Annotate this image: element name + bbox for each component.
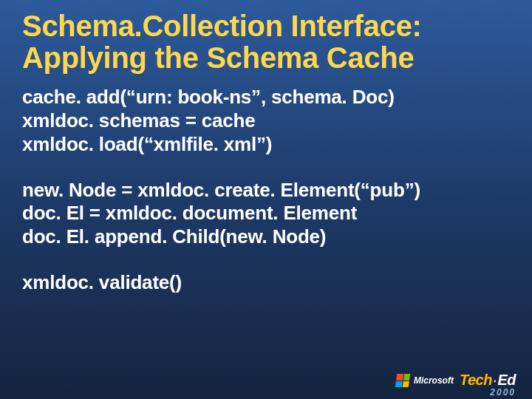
code-line: new. Node = xmldoc. create. Element(“pub… [22, 179, 510, 202]
code-line: cache. add(“urn: book-ns”, schema. Doc) [22, 86, 510, 109]
microsoft-flag-icon [395, 374, 411, 387]
event-part1: Tech [460, 372, 492, 389]
spacer [22, 249, 510, 271]
code-line: doc. El = xmldoc. document. Element [22, 202, 510, 225]
event-logo: Microsoft Tech · Ed [396, 372, 516, 389]
spacer [22, 157, 510, 179]
event-part2: Ed [497, 372, 516, 389]
slide: Schema.Collection Interface: Applying th… [0, 0, 532, 399]
code-line: doc. El. append. Child(new. Node) [22, 225, 510, 249]
event-year: 2000 [490, 387, 516, 398]
event-name: Tech · Ed [460, 372, 516, 389]
slide-body: cache. add(“urn: book-ns”, schema. Doc) … [0, 80, 532, 294]
dot-icon: · [493, 372, 497, 389]
slide-title: Schema.Collection Interface: Applying th… [0, 0, 532, 80]
code-line: xmldoc. load(“xmlfile. xml”) [22, 133, 510, 157]
company-name: Microsoft [414, 375, 454, 386]
code-line: xmldoc. schemas = cache [22, 109, 510, 133]
code-line: xmldoc. validate() [22, 271, 510, 295]
